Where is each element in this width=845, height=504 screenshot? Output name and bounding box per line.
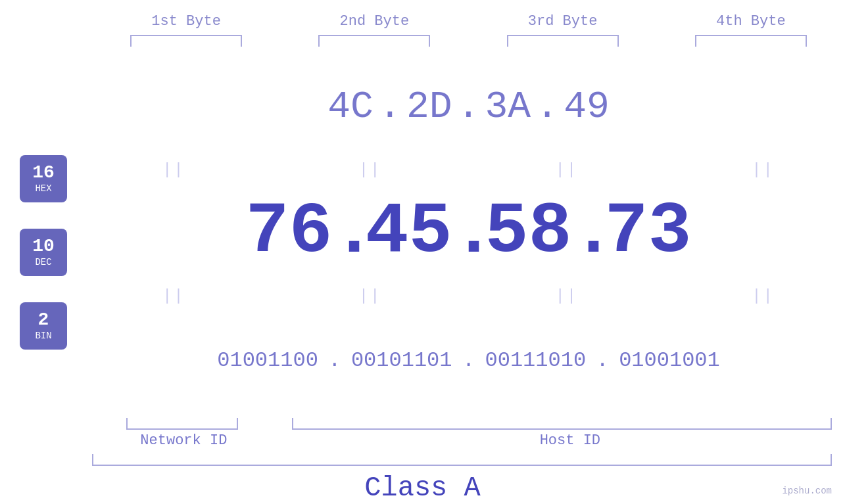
dec-badge: 10 DEC (20, 229, 67, 276)
badges-column: 16 HEX 10 DEC 2 BIN (20, 0, 67, 504)
byte-headers: 1st Byte 2nd Byte 3rd Byte 4th Byte (0, 13, 845, 30)
bin-val-3: 00111010 (485, 348, 587, 373)
dot-bin-3: . (596, 348, 609, 373)
eq-row-2: || || || || (0, 287, 845, 305)
eq-1-4: || (681, 161, 845, 179)
top-bracket-4 (695, 35, 807, 47)
eq-1-2: || (289, 161, 452, 179)
bin-badge-label: BIN (35, 331, 51, 341)
eq-2-4: || (681, 287, 845, 305)
top-bracket-3 (507, 35, 619, 47)
byte2-header: 2nd Byte (280, 13, 468, 30)
hex-badge-num: 16 (32, 163, 55, 183)
dec-val-3: 58 (485, 196, 572, 268)
hex-val-4: 49 (564, 85, 610, 128)
eq-2-3: || (485, 287, 649, 305)
full-bracket-row (0, 454, 845, 466)
bottom-bracket-234 (292, 418, 832, 430)
dec-badge-label: DEC (35, 257, 51, 267)
hex-row: 4C . 2D . 3A . 49 (235, 53, 610, 160)
full-bracket (92, 454, 832, 466)
bottom-bracket-row (0, 418, 845, 430)
hex-badge-label: HEX (35, 183, 51, 194)
dot-hex-3: . (536, 85, 559, 128)
bin-row: 01001100 . 00101101 . 00111010 . 0100100… (125, 308, 720, 414)
eq-2-1: || (92, 287, 256, 305)
dot-bin-2: . (462, 348, 475, 373)
byte4-header: 4th Byte (657, 13, 845, 30)
id-labels-row: Network ID Host ID (0, 432, 845, 449)
bin-val-1: 01001100 (217, 348, 318, 373)
main-container: 1st Byte 2nd Byte 3rd Byte 4th Byte 4C .… (0, 0, 845, 504)
watermark: ipshu.com (782, 486, 832, 496)
dot-bin-1: . (328, 348, 341, 373)
byte1-header: 1st Byte (92, 13, 280, 30)
dec-row: 76 . 45 . 58 . 73 (153, 179, 691, 285)
dot-hex-2: . (457, 85, 480, 128)
network-id-label: Network ID (92, 432, 276, 449)
dec-val-4: 73 (605, 196, 692, 268)
hex-val-1: 4C (327, 85, 374, 128)
eq-row-1: || || || || (0, 161, 845, 179)
class-label: Class A (364, 472, 480, 504)
dec-val-1: 76 (245, 196, 332, 268)
eq-1-1: || (92, 161, 256, 179)
top-bracket-1 (130, 35, 242, 47)
bin-badge: 2 BIN (20, 302, 67, 350)
bin-badge-num: 2 (38, 310, 49, 331)
bottom-bracket-1 (126, 418, 238, 430)
top-bracket-2 (318, 35, 430, 47)
host-id-label: Host ID (276, 432, 845, 449)
hex-val-2: 2D (406, 85, 452, 128)
hex-val-3: 3A (485, 85, 531, 128)
bin-val-2: 00101101 (351, 348, 452, 373)
dec-val-2: 45 (365, 196, 452, 268)
eq-2-2: || (289, 287, 452, 305)
dec-badge-num: 10 (32, 237, 55, 257)
byte3-header: 3rd Byte (469, 13, 657, 30)
top-brackets (0, 35, 845, 47)
dot-hex-1: . (378, 85, 401, 128)
bin-val-4: 01001001 (619, 348, 720, 373)
class-label-row: Class A (0, 472, 845, 504)
hex-badge: 16 HEX (20, 155, 67, 202)
eq-1-3: || (485, 161, 649, 179)
